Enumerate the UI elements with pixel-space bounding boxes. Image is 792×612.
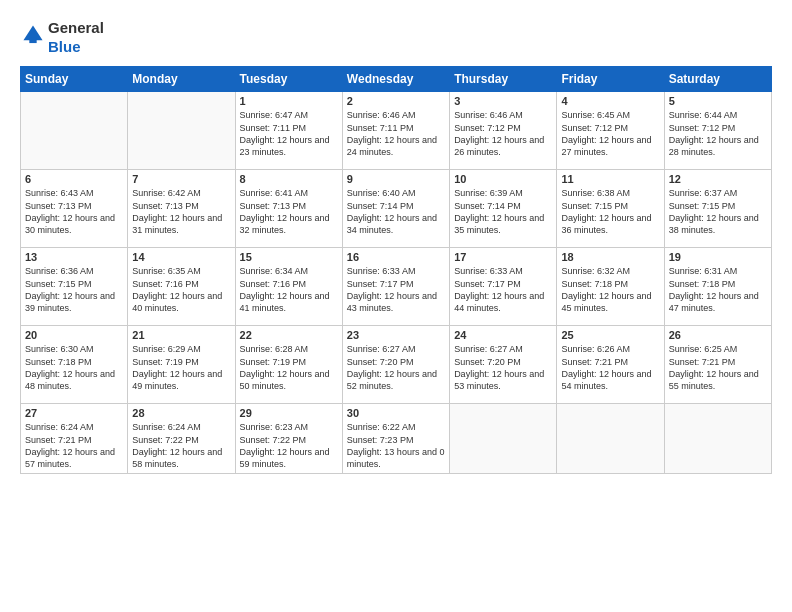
calendar-cell: 16Sunrise: 6:33 AM Sunset: 7:17 PM Dayli… bbox=[342, 248, 449, 326]
calendar-cell: 17Sunrise: 6:33 AM Sunset: 7:17 PM Dayli… bbox=[450, 248, 557, 326]
day-number: 2 bbox=[347, 95, 445, 107]
day-number: 5 bbox=[669, 95, 767, 107]
day-number: 19 bbox=[669, 251, 767, 263]
day-info: Sunrise: 6:33 AM Sunset: 7:17 PM Dayligh… bbox=[347, 265, 445, 314]
day-info: Sunrise: 6:36 AM Sunset: 7:15 PM Dayligh… bbox=[25, 265, 123, 314]
day-info: Sunrise: 6:30 AM Sunset: 7:18 PM Dayligh… bbox=[25, 343, 123, 392]
calendar-cell: 21Sunrise: 6:29 AM Sunset: 7:19 PM Dayli… bbox=[128, 326, 235, 404]
day-info: Sunrise: 6:24 AM Sunset: 7:22 PM Dayligh… bbox=[132, 421, 230, 470]
logo: General Blue bbox=[20, 18, 104, 56]
calendar-week-row: 6Sunrise: 6:43 AM Sunset: 7:13 PM Daylig… bbox=[21, 170, 772, 248]
calendar-cell bbox=[557, 404, 664, 474]
calendar-week-row: 20Sunrise: 6:30 AM Sunset: 7:18 PM Dayli… bbox=[21, 326, 772, 404]
day-info: Sunrise: 6:35 AM Sunset: 7:16 PM Dayligh… bbox=[132, 265, 230, 314]
day-info: Sunrise: 6:33 AM Sunset: 7:17 PM Dayligh… bbox=[454, 265, 552, 314]
logo-general-text: General bbox=[48, 19, 104, 36]
calendar-cell: 27Sunrise: 6:24 AM Sunset: 7:21 PM Dayli… bbox=[21, 404, 128, 474]
day-number: 23 bbox=[347, 329, 445, 341]
day-info: Sunrise: 6:34 AM Sunset: 7:16 PM Dayligh… bbox=[240, 265, 338, 314]
day-info: Sunrise: 6:37 AM Sunset: 7:15 PM Dayligh… bbox=[669, 187, 767, 236]
calendar-cell: 23Sunrise: 6:27 AM Sunset: 7:20 PM Dayli… bbox=[342, 326, 449, 404]
day-number: 10 bbox=[454, 173, 552, 185]
weekday-header: Thursday bbox=[450, 67, 557, 92]
day-number: 12 bbox=[669, 173, 767, 185]
calendar-cell: 4Sunrise: 6:45 AM Sunset: 7:12 PM Daylig… bbox=[557, 92, 664, 170]
day-number: 15 bbox=[240, 251, 338, 263]
calendar-cell: 22Sunrise: 6:28 AM Sunset: 7:19 PM Dayli… bbox=[235, 326, 342, 404]
day-number: 3 bbox=[454, 95, 552, 107]
calendar-cell: 5Sunrise: 6:44 AM Sunset: 7:12 PM Daylig… bbox=[664, 92, 771, 170]
day-info: Sunrise: 6:41 AM Sunset: 7:13 PM Dayligh… bbox=[240, 187, 338, 236]
day-info: Sunrise: 6:22 AM Sunset: 7:23 PM Dayligh… bbox=[347, 421, 445, 470]
calendar-page: General Blue SundayMondayTuesdayWednesda… bbox=[0, 0, 792, 612]
day-number: 22 bbox=[240, 329, 338, 341]
weekday-header: Tuesday bbox=[235, 67, 342, 92]
day-number: 16 bbox=[347, 251, 445, 263]
calendar-cell: 3Sunrise: 6:46 AM Sunset: 7:12 PM Daylig… bbox=[450, 92, 557, 170]
calendar-cell: 1Sunrise: 6:47 AM Sunset: 7:11 PM Daylig… bbox=[235, 92, 342, 170]
day-number: 24 bbox=[454, 329, 552, 341]
day-number: 20 bbox=[25, 329, 123, 341]
day-info: Sunrise: 6:23 AM Sunset: 7:22 PM Dayligh… bbox=[240, 421, 338, 470]
day-info: Sunrise: 6:39 AM Sunset: 7:14 PM Dayligh… bbox=[454, 187, 552, 236]
day-number: 17 bbox=[454, 251, 552, 263]
day-info: Sunrise: 6:31 AM Sunset: 7:18 PM Dayligh… bbox=[669, 265, 767, 314]
day-number: 14 bbox=[132, 251, 230, 263]
day-info: Sunrise: 6:32 AM Sunset: 7:18 PM Dayligh… bbox=[561, 265, 659, 314]
weekday-header: Monday bbox=[128, 67, 235, 92]
day-number: 18 bbox=[561, 251, 659, 263]
calendar-cell bbox=[21, 92, 128, 170]
day-info: Sunrise: 6:45 AM Sunset: 7:12 PM Dayligh… bbox=[561, 109, 659, 158]
calendar-cell: 6Sunrise: 6:43 AM Sunset: 7:13 PM Daylig… bbox=[21, 170, 128, 248]
calendar-cell: 11Sunrise: 6:38 AM Sunset: 7:15 PM Dayli… bbox=[557, 170, 664, 248]
weekday-header-row: SundayMondayTuesdayWednesdayThursdayFrid… bbox=[21, 67, 772, 92]
day-info: Sunrise: 6:28 AM Sunset: 7:19 PM Dayligh… bbox=[240, 343, 338, 392]
day-number: 4 bbox=[561, 95, 659, 107]
day-number: 21 bbox=[132, 329, 230, 341]
day-number: 29 bbox=[240, 407, 338, 419]
calendar-cell: 28Sunrise: 6:24 AM Sunset: 7:22 PM Dayli… bbox=[128, 404, 235, 474]
weekday-header: Saturday bbox=[664, 67, 771, 92]
calendar-cell: 14Sunrise: 6:35 AM Sunset: 7:16 PM Dayli… bbox=[128, 248, 235, 326]
weekday-header: Sunday bbox=[21, 67, 128, 92]
day-number: 30 bbox=[347, 407, 445, 419]
calendar-cell: 8Sunrise: 6:41 AM Sunset: 7:13 PM Daylig… bbox=[235, 170, 342, 248]
day-info: Sunrise: 6:25 AM Sunset: 7:21 PM Dayligh… bbox=[669, 343, 767, 392]
calendar-cell: 12Sunrise: 6:37 AM Sunset: 7:15 PM Dayli… bbox=[664, 170, 771, 248]
header: General Blue bbox=[20, 18, 772, 56]
day-number: 13 bbox=[25, 251, 123, 263]
day-info: Sunrise: 6:47 AM Sunset: 7:11 PM Dayligh… bbox=[240, 109, 338, 158]
logo-blue-text: Blue bbox=[48, 38, 81, 55]
calendar-cell: 20Sunrise: 6:30 AM Sunset: 7:18 PM Dayli… bbox=[21, 326, 128, 404]
calendar-cell: 10Sunrise: 6:39 AM Sunset: 7:14 PM Dayli… bbox=[450, 170, 557, 248]
day-info: Sunrise: 6:38 AM Sunset: 7:15 PM Dayligh… bbox=[561, 187, 659, 236]
day-number: 26 bbox=[669, 329, 767, 341]
day-info: Sunrise: 6:42 AM Sunset: 7:13 PM Dayligh… bbox=[132, 187, 230, 236]
weekday-header: Wednesday bbox=[342, 67, 449, 92]
calendar-cell: 2Sunrise: 6:46 AM Sunset: 7:11 PM Daylig… bbox=[342, 92, 449, 170]
day-info: Sunrise: 6:43 AM Sunset: 7:13 PM Dayligh… bbox=[25, 187, 123, 236]
day-number: 27 bbox=[25, 407, 123, 419]
calendar-cell: 18Sunrise: 6:32 AM Sunset: 7:18 PM Dayli… bbox=[557, 248, 664, 326]
calendar-cell bbox=[664, 404, 771, 474]
day-info: Sunrise: 6:24 AM Sunset: 7:21 PM Dayligh… bbox=[25, 421, 123, 470]
calendar-cell bbox=[128, 92, 235, 170]
calendar-cell: 29Sunrise: 6:23 AM Sunset: 7:22 PM Dayli… bbox=[235, 404, 342, 474]
calendar-cell: 25Sunrise: 6:26 AM Sunset: 7:21 PM Dayli… bbox=[557, 326, 664, 404]
calendar-cell: 30Sunrise: 6:22 AM Sunset: 7:23 PM Dayli… bbox=[342, 404, 449, 474]
day-info: Sunrise: 6:26 AM Sunset: 7:21 PM Dayligh… bbox=[561, 343, 659, 392]
logo-icon bbox=[22, 24, 44, 46]
calendar-cell: 26Sunrise: 6:25 AM Sunset: 7:21 PM Dayli… bbox=[664, 326, 771, 404]
day-info: Sunrise: 6:29 AM Sunset: 7:19 PM Dayligh… bbox=[132, 343, 230, 392]
day-number: 1 bbox=[240, 95, 338, 107]
day-info: Sunrise: 6:46 AM Sunset: 7:12 PM Dayligh… bbox=[454, 109, 552, 158]
day-number: 11 bbox=[561, 173, 659, 185]
calendar-week-row: 1Sunrise: 6:47 AM Sunset: 7:11 PM Daylig… bbox=[21, 92, 772, 170]
calendar-week-row: 13Sunrise: 6:36 AM Sunset: 7:15 PM Dayli… bbox=[21, 248, 772, 326]
day-info: Sunrise: 6:27 AM Sunset: 7:20 PM Dayligh… bbox=[454, 343, 552, 392]
weekday-header: Friday bbox=[557, 67, 664, 92]
day-info: Sunrise: 6:46 AM Sunset: 7:11 PM Dayligh… bbox=[347, 109, 445, 158]
day-number: 6 bbox=[25, 173, 123, 185]
calendar-cell: 15Sunrise: 6:34 AM Sunset: 7:16 PM Dayli… bbox=[235, 248, 342, 326]
day-info: Sunrise: 6:40 AM Sunset: 7:14 PM Dayligh… bbox=[347, 187, 445, 236]
